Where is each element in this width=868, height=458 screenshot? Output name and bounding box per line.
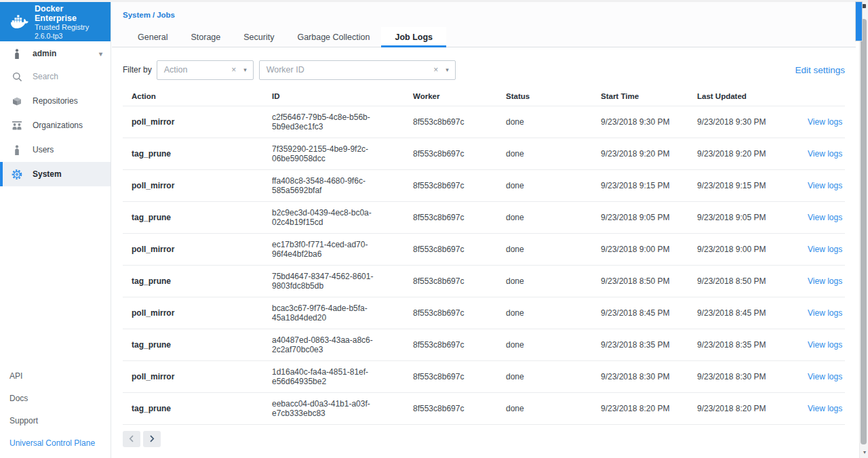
cell-action: poll_mirror (123, 360, 272, 392)
inner-scrollbar-thumb[interactable] (856, 2, 862, 41)
table-row: poll_mirror 1d16a40c-fa4a-4851-81ef-e56d… (123, 360, 845, 392)
table-row: tag_prune eebacc04-d0a3-41b1-a03f-e7cb33… (123, 392, 845, 424)
scroll-down-arrow-icon[interactable]: ▾ (863, 449, 866, 455)
job-table-body: poll_mirror c2f56467-79b5-4c8e-b56b-5b9e… (123, 106, 845, 424)
cell-start-time: 9/23/2018 9:20 PM (601, 138, 697, 169)
next-page-button[interactable] (143, 431, 161, 447)
scrollbar-thumb[interactable] (861, 19, 867, 444)
table-row: tag_prune b2c9ec3d-0439-4ec8-bc0a-02c4b1… (123, 201, 845, 233)
repositories-icon (12, 96, 22, 106)
footer-link-api[interactable]: API (9, 369, 111, 383)
previous-page-button[interactable] (123, 431, 140, 447)
tab-garbage-collection[interactable]: Garbage Collection (285, 27, 381, 47)
filter-by-label: Filter by (123, 65, 152, 75)
cell-last-updated: 9/23/2018 8:45 PM (697, 297, 808, 329)
cell-id: eebacc04-d0a3-41b1-a03f-e7cb333ebc83 (272, 392, 413, 424)
cell-action: tag_prune (123, 392, 272, 424)
cell-status: done (506, 106, 601, 138)
view-logs-link[interactable]: View logs (808, 372, 842, 381)
cell-start-time: 9/23/2018 9:05 PM (601, 201, 697, 233)
sidebar-item-search[interactable]: Search (0, 64, 111, 89)
view-logs-link[interactable]: View logs (808, 213, 842, 222)
users-icon (12, 145, 22, 155)
cell-status: done (506, 360, 601, 392)
filter-row: Filter by Action × ▾ Worker ID × ▾ Edit … (123, 60, 845, 80)
footer-link-docs[interactable]: Docs (9, 392, 111, 405)
edit-settings-link[interactable]: Edit settings (795, 65, 845, 75)
tab-general[interactable]: General (126, 27, 179, 47)
sidebar-item-repositories[interactable]: Repositories (0, 89, 111, 113)
table-row: poll_mirror ffa408c8-3548-4680-9f6c-585a… (123, 169, 845, 201)
cell-start-time: 9/23/2018 8:35 PM (601, 329, 697, 360)
view-logs-link[interactable]: View logs (808, 404, 842, 413)
cell-worker: 8f553c8b697c (413, 201, 506, 233)
sidebar-item-system[interactable]: System (0, 162, 111, 186)
cell-worker: 8f553c8b697c (413, 265, 506, 297)
cell-id: bcac3c67-9f76-4ade-b5fa-45a18d4ded20 (272, 297, 413, 329)
cell-worker: 8f553c8b697c (413, 392, 506, 424)
cell-start-time: 9/23/2018 9:15 PM (601, 169, 697, 201)
cell-id: a40487ed-0863-43aa-a8c6-2c2af70bc0e3 (272, 329, 413, 360)
cell-action: poll_mirror (123, 169, 272, 201)
footer-link-support[interactable]: Support (9, 414, 111, 428)
view-logs-link[interactable]: View logs (808, 276, 842, 286)
view-logs-link[interactable]: View logs (808, 149, 842, 159)
clear-icon[interactable]: × (433, 65, 438, 75)
cell-id: c2f56467-79b5-4c8e-b56b-5b9ed3ec1fc3 (272, 106, 413, 138)
cell-id: 7f359290-2155-4be9-9f2c-06be59058dcc (272, 138, 413, 169)
tab-bar: General Storage Security Garbage Collect… (126, 27, 446, 47)
sidebar-item-label: System (33, 169, 62, 179)
column-header-worker: Worker (413, 87, 506, 106)
table-row: poll_mirror ec17b3f0-f771-4ced-ad70-96f4… (123, 233, 845, 265)
chevron-left-icon (129, 435, 134, 442)
sidebar-item-label: Users (33, 145, 54, 154)
cell-id: b2c9ec3d-0439-4ec8-bc0a-02c4b19f15cd (272, 201, 413, 233)
view-logs-link[interactable]: View logs (808, 340, 842, 350)
sidebar-item-users[interactable]: Users (0, 138, 111, 162)
main-content: System/Jobs General Storage Security Gar… (112, 2, 856, 458)
docker-whale-icon (11, 14, 28, 30)
column-header-actions (808, 87, 845, 106)
cell-status: done (506, 138, 601, 169)
cell-start-time: 9/23/2018 8:50 PM (601, 265, 697, 297)
cell-worker: 8f553c8b697c (413, 169, 506, 201)
tab-job-logs[interactable]: Job Logs (381, 27, 446, 47)
table-row: tag_prune 7f359290-2155-4be9-9f2c-06be59… (123, 138, 845, 169)
cell-status: done (506, 233, 601, 265)
chevron-down-icon[interactable]: ▾ (446, 66, 449, 73)
sidebar-item-label: Organizations (33, 121, 83, 130)
cell-start-time: 9/23/2018 9:30 PM (601, 106, 697, 138)
cell-status: done (506, 201, 601, 233)
cell-last-updated: 9/23/2018 9:05 PM (697, 201, 808, 233)
column-header-last-updated: Last Updated (697, 87, 808, 106)
action-filter-select[interactable]: Action × ▾ (157, 60, 254, 80)
breadcrumb-jobs[interactable]: Jobs (157, 11, 175, 19)
view-logs-link[interactable]: View logs (808, 308, 842, 318)
view-logs-link[interactable]: View logs (808, 181, 842, 190)
view-logs-link[interactable]: View logs (808, 245, 842, 254)
cell-last-updated: 9/23/2018 8:35 PM (697, 329, 808, 360)
view-logs-link[interactable]: View logs (808, 117, 842, 127)
worker-id-filter-select[interactable]: Worker ID × ▾ (259, 60, 456, 80)
chevron-down-icon[interactable]: ▾ (243, 66, 247, 73)
user-label: admin (33, 49, 56, 58)
cell-action: tag_prune (123, 329, 272, 360)
cell-worker: 8f553c8b697c (413, 106, 506, 138)
cell-worker: 8f553c8b697c (413, 297, 506, 329)
tab-storage[interactable]: Storage (179, 27, 232, 47)
cell-last-updated: 9/23/2018 8:30 PM (697, 360, 808, 392)
job-logs-table: Action ID Worker Status Start Time Last … (123, 87, 845, 425)
cell-status: done (506, 392, 601, 424)
tab-security[interactable]: Security (232, 27, 285, 47)
breadcrumb: System/Jobs (123, 11, 175, 19)
user-menu[interactable]: admin ▾ (0, 43, 111, 64)
clear-icon[interactable]: × (231, 65, 236, 75)
chevron-down-icon: ▾ (99, 50, 102, 58)
cell-last-updated: 9/23/2018 9:30 PM (697, 106, 808, 138)
sidebar-item-organizations[interactable]: Organizations (0, 113, 111, 138)
breadcrumb-system[interactable]: System (123, 11, 151, 19)
footer-link-universal-control-plane[interactable]: Universal Control Plane (9, 436, 111, 450)
scrollbar[interactable]: ▾ (859, 0, 868, 458)
cell-start-time: 9/23/2018 8:30 PM (601, 360, 697, 392)
cell-action: tag_prune (123, 265, 272, 297)
